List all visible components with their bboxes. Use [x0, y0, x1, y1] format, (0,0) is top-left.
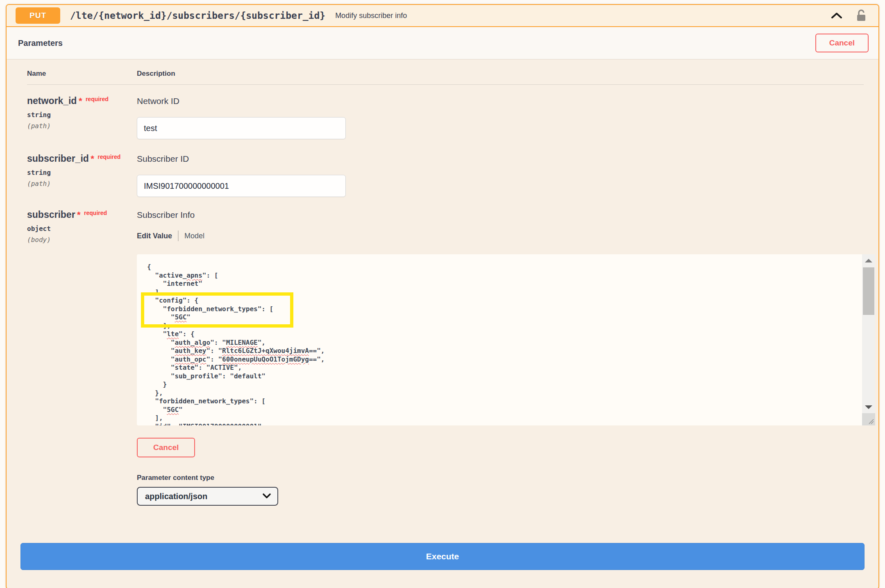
tab-model[interactable]: Model: [184, 232, 204, 240]
cancel-button-top[interactable]: Cancel: [815, 34, 869, 52]
cancel-button-body[interactable]: Cancel: [137, 438, 195, 457]
parameters-section-header: Parameters Cancel: [7, 27, 878, 59]
required-label: required: [86, 96, 109, 102]
content-type-select-wrap: application/json: [137, 487, 278, 506]
parameter-location: (body): [27, 236, 137, 244]
unlock-icon[interactable]: [854, 8, 869, 23]
opblock-put: PUT /lte/{network_id}/subscribers/{subsc…: [6, 4, 879, 588]
method-badge: PUT: [16, 7, 60, 24]
parameter-name-cell: network_id * required string (path): [27, 95, 137, 139]
parameters-table: Name Description network_id * required s…: [7, 59, 878, 506]
parameter-name: subscriber: [27, 209, 75, 220]
parameter-row-network-id: network_id * required string (path) Netw…: [27, 85, 864, 139]
parameter-row-subscriber-id: subscriber_id * required string (path) S…: [27, 139, 864, 197]
endpoint-summary: Modify subscriber info: [335, 11, 407, 20]
parameter-name-cell: subscriber * required object (body): [27, 209, 137, 506]
parameter-row-subscriber: subscriber * required object (body) Subs…: [27, 197, 864, 506]
collapse-chevron-up-icon[interactable]: [829, 8, 844, 23]
required-star: *: [77, 210, 81, 220]
editor-scrollbar[interactable]: [862, 254, 875, 413]
parameter-description: Network ID: [137, 95, 864, 106]
scroll-down-arrow-icon[interactable]: [862, 401, 875, 413]
tab-edit-value[interactable]: Edit Value: [137, 232, 172, 240]
parameter-description-cell: Subscriber Info Edit Value Model { "acti…: [137, 209, 875, 506]
required-star: *: [91, 154, 94, 164]
tab-divider: [178, 231, 179, 241]
resize-grip[interactable]: [862, 413, 875, 425]
content-type-block: Parameter content type application/json: [137, 474, 875, 506]
subscriber-id-input[interactable]: [137, 175, 346, 197]
scroll-up-arrow-icon[interactable]: [862, 254, 875, 267]
column-header-name: Name: [27, 70, 137, 78]
parameter-location: (path): [27, 180, 137, 188]
swagger-operation-page: PUT /lte/{network_id}/subscribers/{subsc…: [0, 0, 885, 588]
parameter-name-cell: subscriber_id * required string (path): [27, 153, 137, 197]
parameter-type: object: [27, 225, 137, 233]
parameter-description-cell: Network ID: [137, 95, 864, 139]
content-type-label: Parameter content type: [137, 474, 875, 482]
required-label: required: [98, 154, 120, 160]
parameter-description: Subscriber ID: [137, 153, 864, 164]
parameter-type: string: [27, 169, 137, 176]
parameter-description-cell: Subscriber ID: [137, 153, 864, 197]
endpoint-path: /lte/{network_id}/subscribers/{subscribe…: [70, 10, 325, 21]
body-json-editor[interactable]: { "active_apns": [ "internet" ], "config…: [137, 254, 875, 425]
operation-header[interactable]: PUT /lte/{network_id}/subscribers/{subsc…: [7, 5, 878, 27]
parameter-name: network_id: [27, 95, 77, 106]
parameter-type: string: [27, 111, 137, 119]
body-editor-tabs: Edit Value Model: [137, 231, 875, 241]
execute-button[interactable]: Execute: [20, 543, 865, 570]
table-header-row: Name Description: [27, 70, 864, 85]
content-type-select[interactable]: application/json: [137, 487, 278, 506]
scrollbar-thumb[interactable]: [863, 267, 874, 315]
parameter-location: (path): [27, 122, 137, 130]
required-star: *: [79, 96, 82, 106]
required-label: required: [84, 210, 107, 216]
parameter-name: subscriber_id: [27, 153, 89, 164]
parameter-description: Subscriber Info: [137, 209, 875, 220]
execute-bar: Execute: [20, 543, 865, 570]
parameters-title: Parameters: [18, 38, 63, 48]
network-id-input[interactable]: [137, 117, 346, 139]
body-editor-wrap: { "active_apns": [ "internet" ], "config…: [137, 254, 875, 425]
column-header-description: Description: [137, 70, 864, 78]
